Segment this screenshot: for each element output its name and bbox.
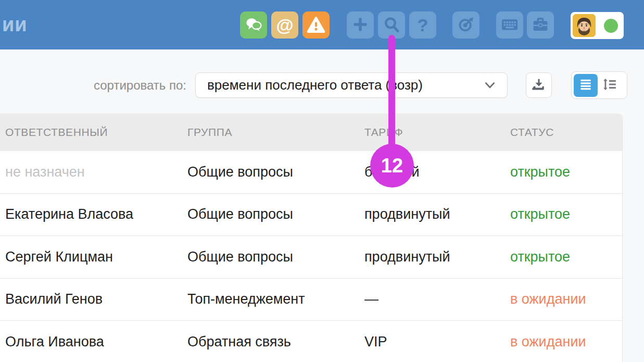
chevron-down-icon xyxy=(484,81,496,90)
column-header-group[interactable]: ГРУППА xyxy=(187,126,364,139)
sort-select-value: времени последнего ответа (возр) xyxy=(207,77,484,93)
chat-icon xyxy=(245,17,262,34)
tariff-cell: продвинутый xyxy=(364,249,510,265)
column-header-tariff[interactable]: ТАРИФ xyxy=(364,126,510,139)
help-button[interactable]: ? xyxy=(409,11,436,39)
list-view-button[interactable] xyxy=(574,74,598,97)
mention-icon: @ xyxy=(276,15,293,35)
group-cell: Общие вопросы xyxy=(187,164,364,180)
online-status-dot xyxy=(604,19,618,33)
column-header-assignee[interactable]: ОТВЕТСТВЕННЫЙ xyxy=(0,126,187,139)
avatar xyxy=(573,14,596,37)
assignee-cell: Сергей Клицман xyxy=(0,249,187,265)
goals-button[interactable] xyxy=(452,11,479,39)
help-icon: ? xyxy=(418,15,428,35)
status-cell: открытое xyxy=(510,206,622,222)
assignee-cell: не назначен xyxy=(0,164,187,180)
add-button[interactable] xyxy=(347,11,374,39)
user-menu[interactable] xyxy=(571,12,624,39)
tariff-cell: — xyxy=(364,291,510,307)
group-cell: Общие вопросы xyxy=(187,249,364,265)
row-spacing-icon xyxy=(602,78,617,93)
hotkeys-button[interactable] xyxy=(496,11,523,39)
chat-button[interactable] xyxy=(240,11,267,39)
table-header-row: ОТВЕТСТВЕННЫЙ ГРУППА ТАРИФ СТАТУС xyxy=(0,114,622,151)
annotation-step-badge: 12 xyxy=(370,144,414,188)
search-icon xyxy=(383,16,400,34)
column-header-status[interactable]: СТАТУС xyxy=(510,126,622,139)
table-row[interactable]: не назначен Общие вопросы базовый открыт… xyxy=(0,151,622,194)
tickets-table: ОТВЕТСТВЕННЫЙ ГРУППА ТАРИФ СТАТУС не наз… xyxy=(0,114,623,362)
assignee-cell: Ольга Иванова xyxy=(0,334,187,350)
list-view-icon xyxy=(579,78,592,93)
sort-by-label: сортировать по: xyxy=(0,78,186,93)
top-navigation-bar: ии @ xyxy=(0,0,644,49)
alert-icon xyxy=(307,16,325,34)
group-cell: Топ-менеджемент xyxy=(187,291,364,307)
group-cell: Общие вопросы xyxy=(187,206,364,222)
table-body: не назначен Общие вопросы базовый открыт… xyxy=(0,151,622,362)
sort-select[interactable]: времени последнего ответа (возр) xyxy=(195,72,508,98)
briefcase-icon xyxy=(532,17,549,34)
assignee-cell: Екатерина Власова xyxy=(0,206,187,222)
page-title-partial: ии xyxy=(2,14,28,36)
table-row[interactable]: Екатерина Власова Общие вопросы продвину… xyxy=(0,194,622,236)
download-icon xyxy=(532,78,546,93)
tools-button[interactable] xyxy=(527,11,554,39)
status-cell: открытое xyxy=(510,164,622,180)
assignee-cell: Василий Генов xyxy=(0,291,187,307)
export-button[interactable] xyxy=(526,72,552,98)
status-cell: в ожидании xyxy=(510,334,622,350)
alert-button[interactable] xyxy=(302,11,330,39)
group-cell: Обратная связь xyxy=(187,334,364,350)
keyboard-icon xyxy=(501,17,519,34)
status-cell: в ожидании xyxy=(510,291,622,307)
status-cell: открытое xyxy=(510,249,622,265)
plus-icon xyxy=(352,17,368,34)
view-toggle-group xyxy=(571,71,627,99)
mention-button[interactable]: @ xyxy=(271,11,298,39)
table-row[interactable]: Сергей Клицман Общие вопросы продвинутый… xyxy=(0,236,622,279)
tariff-cell: продвинутый xyxy=(364,206,510,222)
table-row[interactable]: Василий Генов Топ-менеджемент — в ожидан… xyxy=(0,279,622,321)
table-row[interactable]: Ольга Иванова Обратная связь VIP в ожида… xyxy=(0,321,622,362)
row-spacing-button[interactable] xyxy=(598,74,622,97)
target-icon xyxy=(458,16,474,34)
tariff-cell: VIP xyxy=(364,334,510,350)
